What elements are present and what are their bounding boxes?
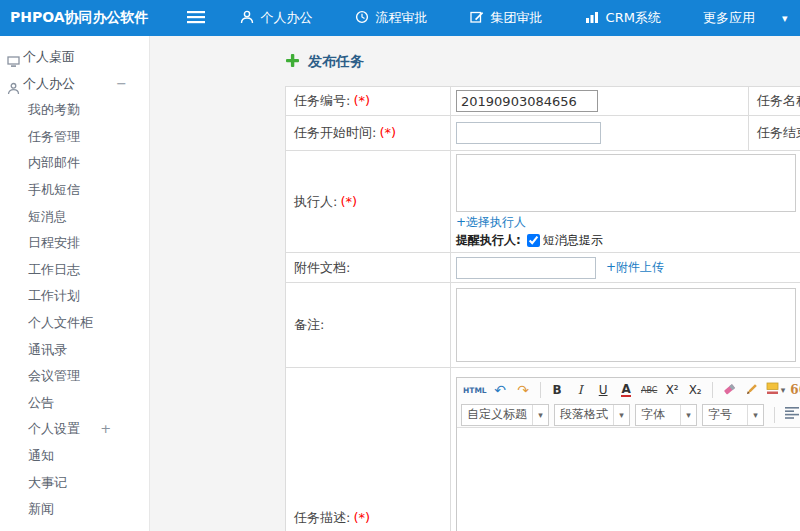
superscript-button[interactable]: X² bbox=[662, 380, 683, 401]
sidebar-item-work-plan[interactable]: 工作计划 bbox=[0, 283, 149, 310]
choose-executor-link[interactable]: +选择执行人 bbox=[456, 214, 526, 231]
task-number-field-cell bbox=[451, 87, 749, 116]
sidebar: 个人桌面 个人办公 − 我的考勤 任务管理 内部邮件 手机短信 短消息 日程安排… bbox=[0, 36, 150, 531]
menu-toggle-button[interactable] bbox=[187, 10, 205, 27]
italic-button[interactable]: I bbox=[570, 380, 591, 401]
required-mark: (*) bbox=[353, 93, 370, 108]
brush-icon bbox=[745, 382, 759, 399]
font-size-select[interactable]: 字号 ▾ bbox=[702, 404, 764, 426]
nav-label: 个人办公 bbox=[261, 9, 313, 27]
font-family-select[interactable]: 字体 ▾ bbox=[635, 404, 697, 426]
sidebar-item-news[interactable]: 新闻 bbox=[0, 496, 149, 523]
publish-task-form: 任务编号:(*) 任务名称:(*) 任务开始时间:(*) bbox=[285, 86, 800, 531]
subscript-button[interactable]: X₂ bbox=[685, 380, 706, 401]
remark-textarea[interactable] bbox=[456, 288, 796, 362]
start-time-label-cell: 任务开始时间:(*) bbox=[286, 116, 451, 151]
toolbar-separator bbox=[540, 382, 541, 398]
sidebar-item-label: 个人文件柜 bbox=[28, 315, 93, 330]
page-title-text: 发布任务 bbox=[308, 53, 364, 71]
attachment-upload-link[interactable]: +附件上传 bbox=[606, 259, 664, 276]
select-label: 自定义标题 bbox=[467, 406, 527, 423]
source-code-button[interactable]: HTML bbox=[462, 380, 488, 401]
required-mark: (*) bbox=[353, 510, 370, 525]
undo-button[interactable]: ↶ bbox=[490, 380, 511, 401]
nav-workflow-approval[interactable]: 流程审批 bbox=[334, 0, 449, 36]
nav-group-approval[interactable]: 集团审批 bbox=[449, 0, 564, 36]
sidebar-item-notification[interactable]: 通知 bbox=[0, 443, 149, 470]
select-label: 字号 bbox=[708, 406, 732, 423]
sidebar-item-meeting-management[interactable]: 会议管理 bbox=[0, 363, 149, 390]
sidebar-item-personal-office[interactable]: 个人办公 − bbox=[0, 71, 149, 98]
required-mark: (*) bbox=[379, 125, 396, 140]
executor-display-box[interactable] bbox=[456, 154, 796, 212]
executor-label-cell: 执行人:(*) bbox=[286, 151, 451, 253]
task-number-label: 任务编号: bbox=[294, 93, 350, 108]
format-painter-button[interactable] bbox=[742, 380, 763, 401]
nav-crm-system[interactable]: CRM系统 bbox=[564, 0, 682, 36]
hamburger-icon bbox=[187, 10, 205, 27]
attachment-label-cell: 附件文档: bbox=[286, 253, 451, 283]
app-logo: PHPOA协同办公软件 bbox=[0, 9, 149, 27]
sidebar-item-label: 短消息 bbox=[28, 209, 67, 224]
executor-label: 执行人: bbox=[294, 194, 337, 209]
bold-button[interactable]: B bbox=[547, 380, 568, 401]
attachment-label: 附件文档: bbox=[294, 260, 350, 275]
sidebar-item-task-management[interactable]: 任务管理 bbox=[0, 124, 149, 151]
toolbar-separator bbox=[774, 407, 775, 423]
editor-toolbar-row2: 自定义标题 ▾ 段落格式 ▾ 字体 ▾ bbox=[457, 403, 800, 428]
sidebar-item-label: 公告 bbox=[28, 395, 54, 410]
add-icon bbox=[285, 53, 300, 71]
task-number-input[interactable] bbox=[456, 90, 598, 112]
nav-more-apps[interactable]: 更多应用 ▾ bbox=[682, 0, 800, 36]
attachment-input[interactable] bbox=[456, 257, 596, 279]
sidebar-item-my-attendance[interactable]: 我的考勤 bbox=[0, 97, 149, 124]
sms-notify-checkbox[interactable] bbox=[527, 234, 540, 247]
app-window: PHPOA协同办公软件 个人办公 流程审批 bbox=[0, 0, 800, 531]
expand-icon[interactable]: + bbox=[100, 421, 111, 436]
remark-field-cell bbox=[451, 283, 800, 368]
toolbar-separator bbox=[712, 382, 713, 398]
highlight-color-button[interactable]: ▾ bbox=[765, 380, 787, 401]
sidebar-item-work-log[interactable]: 工作日志 bbox=[0, 257, 149, 284]
strikethrough-button[interactable]: ABC bbox=[639, 380, 660, 401]
collapse-icon[interactable]: − bbox=[116, 71, 127, 98]
sidebar-item-announcement[interactable]: 公告 bbox=[0, 390, 149, 417]
chevron-down-icon[interactable]: ▾ bbox=[782, 12, 788, 25]
sidebar-item-label: 我的考勤 bbox=[28, 102, 80, 117]
chevron-down-icon: ▾ bbox=[532, 405, 548, 425]
end-time-label: 任务结束时间: bbox=[757, 125, 800, 140]
task-name-label-cell: 任务名称:(*) bbox=[749, 87, 800, 116]
remove-format-button[interactable] bbox=[719, 380, 740, 401]
remark-label-cell: 备注: bbox=[286, 283, 451, 368]
chevron-down-icon: ▾ bbox=[781, 385, 786, 395]
blockquote-button[interactable]: 66 bbox=[788, 380, 800, 401]
clock-icon bbox=[355, 10, 369, 27]
sidebar-item-schedule[interactable]: 日程安排 bbox=[0, 230, 149, 257]
sidebar-item-label: 日程安排 bbox=[28, 235, 80, 250]
sidebar-item-label: 会议管理 bbox=[28, 368, 80, 383]
custom-heading-select[interactable]: 自定义标题 ▾ bbox=[461, 404, 549, 426]
start-time-input[interactable] bbox=[456, 122, 601, 144]
sidebar-item-personal-file-cabinet[interactable]: 个人文件柜 bbox=[0, 310, 149, 337]
sidebar-item-memorabilia[interactable]: 大事记 bbox=[0, 470, 149, 497]
char-border-button[interactable]: A bbox=[621, 384, 630, 397]
nav-label: CRM系统 bbox=[606, 9, 661, 27]
sidebar-item-label: 任务管理 bbox=[28, 129, 80, 144]
highlight-icon bbox=[766, 382, 779, 398]
select-label: 字体 bbox=[641, 406, 665, 423]
editor-content-area[interactable] bbox=[457, 428, 800, 531]
sidebar-item-short-message[interactable]: 短消息 bbox=[0, 204, 149, 231]
sidebar-item-personal-settings[interactable]: 个人设置 + bbox=[0, 416, 149, 443]
sidebar-item-personal-desktop[interactable]: 个人桌面 bbox=[0, 44, 149, 71]
page-title: 发布任务 bbox=[285, 50, 800, 74]
nav-personal-office[interactable]: 个人办公 bbox=[219, 0, 334, 36]
sidebar-item-contacts[interactable]: 通讯录 bbox=[0, 337, 149, 364]
sidebar-item-mobile-sms[interactable]: 手机短信 bbox=[0, 177, 149, 204]
sidebar-item-label: 个人设置 bbox=[28, 421, 80, 436]
redo-button[interactable]: ↷ bbox=[513, 380, 534, 401]
paragraph-format-select[interactable]: 段落格式 ▾ bbox=[554, 404, 630, 426]
underline-button[interactable]: U bbox=[593, 380, 614, 401]
sidebar-item-label: 大事记 bbox=[28, 475, 67, 490]
align-left-button[interactable] bbox=[781, 404, 800, 425]
sidebar-item-internal-mail[interactable]: 内部邮件 bbox=[0, 150, 149, 177]
